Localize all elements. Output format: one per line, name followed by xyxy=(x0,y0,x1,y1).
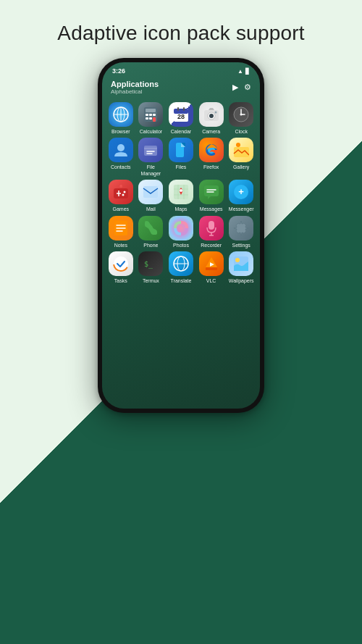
svg-text:$_: $_ xyxy=(144,260,153,269)
app-item-files[interactable]: Files xyxy=(167,138,195,177)
app-label-files: Files xyxy=(176,164,187,170)
svg-rect-8 xyxy=(153,114,156,116)
svg-text:+: + xyxy=(238,186,244,197)
svg-point-70 xyxy=(235,258,240,262)
app-grid: BrowserCalculator28CalendarCameraClockCo… xyxy=(102,99,260,409)
svg-rect-67 xyxy=(206,267,217,270)
status-bar: 3:26 ▲ ▊ xyxy=(102,62,260,77)
wifi-icon: ▲ xyxy=(237,68,243,75)
app-header-right: ▶ ⚙ xyxy=(232,83,251,92)
app-item-filemanager[interactable]: FileManager xyxy=(137,138,166,177)
app-item-recorder[interactable]: Recorder xyxy=(197,216,226,248)
app-item-firefox[interactable]: Firefox xyxy=(197,138,226,177)
app-item-settings[interactable]: Settings xyxy=(227,216,256,248)
app-icon-browser xyxy=(109,102,133,127)
app-label-vlc: VLC xyxy=(206,278,216,284)
app-item-phone[interactable]: Phone xyxy=(137,216,166,248)
svg-point-40 xyxy=(122,194,124,196)
phone-mockup: 3:26 ▲ ▊ Applications Alphabetical ▶ ⚙ xyxy=(98,58,264,413)
app-item-messenger[interactable]: +Messenger xyxy=(227,180,256,212)
app-item-termux[interactable]: $_Termux xyxy=(137,251,166,284)
app-label-firefox: Firefox xyxy=(203,164,219,170)
app-icon-wallpapers xyxy=(229,251,253,276)
app-label-phone: Phone xyxy=(143,243,158,248)
app-icon-files xyxy=(169,138,193,162)
app-icon-settings xyxy=(229,216,253,241)
app-header-title: Applications xyxy=(111,80,159,88)
app-label-clock: Clock xyxy=(235,129,248,135)
app-icon-termux: $_ xyxy=(138,251,163,276)
app-item-notes[interactable]: Notes xyxy=(106,216,135,248)
app-icon-calculator xyxy=(138,102,163,127)
svg-marker-48 xyxy=(208,196,211,199)
app-icon-filemanager xyxy=(138,138,163,162)
app-item-clock[interactable]: Clock xyxy=(227,102,256,135)
app-label-browser: Browser xyxy=(111,129,130,135)
app-item-maps[interactable]: Maps xyxy=(167,180,195,212)
app-label-gallery: Gallery xyxy=(233,164,249,170)
app-item-tasks[interactable]: Tasks xyxy=(106,251,135,284)
app-icon-mail xyxy=(138,180,163,204)
svg-text:♠: ♠ xyxy=(119,184,123,189)
app-header-left: Applications Alphabetical xyxy=(111,80,159,95)
svg-point-24 xyxy=(240,114,243,116)
svg-point-25 xyxy=(117,144,125,151)
app-item-photos[interactable]: Photos xyxy=(167,216,195,248)
app-item-contacts[interactable]: Contacts xyxy=(106,138,135,177)
app-label-translate: Translate xyxy=(171,278,192,284)
app-label-settings: Settings xyxy=(232,243,251,248)
app-icon-contacts xyxy=(109,138,133,162)
app-header: Applications Alphabetical ▶ ⚙ xyxy=(102,77,260,99)
play-store-icon[interactable]: ▶ xyxy=(232,83,238,92)
app-item-wallpapers[interactable]: Wallpapers xyxy=(227,251,256,284)
app-icon-camera xyxy=(199,102,224,127)
app-label-games: Games xyxy=(113,206,130,212)
svg-rect-10 xyxy=(149,117,152,120)
phone-screen: 3:26 ▲ ▊ Applications Alphabetical ▶ ⚙ xyxy=(102,62,260,409)
app-item-translate[interactable]: Translate xyxy=(167,251,195,284)
svg-rect-15 xyxy=(177,107,179,111)
svg-rect-26 xyxy=(144,146,157,156)
svg-rect-42 xyxy=(143,186,158,198)
app-item-gallery[interactable]: Gallery xyxy=(227,138,256,177)
app-label-messenger: Messenger xyxy=(229,206,254,212)
app-icon-messenger: + xyxy=(229,180,253,204)
page-title: Adaptive icon pack support xyxy=(57,22,304,45)
svg-point-20 xyxy=(214,112,216,114)
app-item-browser[interactable]: Browser xyxy=(106,102,135,135)
app-label-maps: Maps xyxy=(174,206,187,212)
app-item-vlc[interactable]: ▶VLC xyxy=(197,251,226,284)
svg-point-39 xyxy=(123,191,125,193)
app-label-calendar: Calendar xyxy=(171,129,191,135)
app-header-subtitle: Alphabetical xyxy=(111,88,159,95)
app-icon-calendar: 28 xyxy=(169,102,193,127)
app-item-calendar[interactable]: 28Calendar xyxy=(167,102,195,135)
app-icon-phone xyxy=(138,216,163,241)
app-item-mail[interactable]: Mail xyxy=(137,180,166,212)
app-icon-notes xyxy=(109,216,133,241)
svg-point-44 xyxy=(180,189,182,192)
app-label-messages: Messages xyxy=(200,206,223,212)
svg-rect-9 xyxy=(146,117,148,120)
app-icon-recorder xyxy=(199,216,224,241)
svg-rect-7 xyxy=(149,114,152,116)
app-label-contacts: Contacts xyxy=(111,164,131,170)
app-icon-firefox xyxy=(199,138,224,162)
app-icon-gallery xyxy=(229,138,253,162)
svg-text:28: 28 xyxy=(177,113,185,120)
app-icon-translate xyxy=(169,251,193,276)
app-item-games[interactable]: ♠Games xyxy=(106,180,135,212)
settings-header-icon[interactable]: ⚙ xyxy=(244,83,251,92)
app-item-messages[interactable]: Messages xyxy=(197,180,226,212)
app-label-calculator: Calculator xyxy=(140,129,163,135)
svg-point-35 xyxy=(236,143,240,147)
app-item-calculator[interactable]: Calculator xyxy=(137,102,166,135)
svg-rect-5 xyxy=(146,109,156,112)
svg-rect-16 xyxy=(183,107,185,111)
app-label-photos: Photos xyxy=(173,243,189,248)
app-icon-maps xyxy=(169,180,193,204)
app-item-camera[interactable]: Camera xyxy=(197,102,226,135)
app-label-tasks: Tasks xyxy=(114,278,127,284)
svg-point-19 xyxy=(209,114,214,118)
app-icon-vlc: ▶ xyxy=(199,251,224,276)
